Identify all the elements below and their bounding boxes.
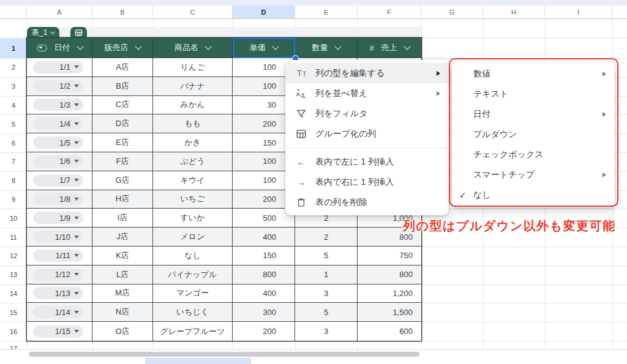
submenu-item-number[interactable]: 数値 [452, 64, 615, 84]
column-header-B[interactable]: B [92, 6, 153, 19]
date-chip[interactable]: 1/7 [33, 174, 83, 187]
cell-store[interactable]: E店 [92, 133, 153, 152]
cell-price[interactable]: 150 [233, 247, 295, 266]
menu-item-edit-column-type[interactable]: TT列の型を編集する [285, 63, 449, 83]
table-header-store[interactable]: 販売店 [92, 38, 153, 58]
cell-store[interactable]: B店 [92, 77, 153, 96]
column-header-F[interactable]: F [358, 6, 421, 19]
cell-product[interactable]: すいか [153, 209, 233, 228]
date-chip[interactable]: 1/4 [33, 117, 83, 130]
date-chip[interactable]: 1/10 [33, 231, 83, 243]
submenu-item-date[interactable]: 日付 [452, 104, 615, 124]
column-header-E[interactable]: E [295, 6, 358, 19]
date-chip[interactable]: 1/11 [33, 250, 83, 262]
cell-sales[interactable]: 1,500 [358, 303, 421, 322]
date-chip[interactable]: 1/9 [33, 212, 83, 224]
menu-item-insert-column-left[interactable]: ←表内で左に 1 列挿入 [285, 152, 449, 172]
cell-qty[interactable]: 3 [295, 284, 358, 303]
cell-store[interactable]: O店 [92, 322, 153, 341]
cell-price[interactable]: 200 [233, 322, 295, 341]
cell-product[interactable]: バナナ [153, 77, 233, 96]
row-header-11[interactable]: 11 [0, 228, 27, 247]
date-chip[interactable]: 1/15 [33, 325, 83, 338]
cell-date[interactable]: 1/13 [27, 284, 92, 303]
cell-date[interactable]: 1/14 [27, 303, 92, 322]
cell-store[interactable]: G店 [92, 171, 153, 190]
cell-qty[interactable]: 5 [295, 303, 358, 322]
cell-date[interactable]: 1/8 [27, 190, 92, 209]
cell-price[interactable]: 400 [233, 228, 295, 247]
cell-store[interactable]: C店 [92, 96, 153, 115]
row-header-2[interactable]: 2 [0, 58, 27, 77]
date-chip[interactable]: 1/6 [33, 155, 83, 168]
row-header-17[interactable]: 17 [0, 341, 27, 349]
cell-qty[interactable]: 1 [295, 266, 358, 284]
submenu-item-dropdown[interactable]: プルダウン [452, 124, 615, 144]
date-chip[interactable]: 1/8 [33, 193, 83, 205]
cell-date[interactable]: 1/5 [27, 133, 92, 152]
cell-qty[interactable]: 2 [295, 228, 358, 247]
cell-date[interactable]: 1/2 [27, 77, 92, 96]
menu-item-group-columns[interactable]: グループ化の列 [285, 124, 449, 144]
date-chip[interactable]: 1/3 [33, 98, 83, 111]
cell-product[interactable]: かき [153, 133, 233, 152]
cell-date[interactable]: 1/15 [27, 322, 92, 341]
cell-sales[interactable]: 750 [358, 247, 421, 266]
cell-store[interactable]: D店 [92, 114, 153, 133]
cell-product[interactable]: ぶどう [153, 152, 233, 171]
submenu-item-checkbox[interactable]: チェックボックス [452, 144, 615, 165]
row-header-8[interactable]: 8 [0, 171, 27, 190]
cell-product[interactable]: グレープフルーツ [153, 322, 233, 341]
submenu-item-none[interactable]: ✓なし [452, 185, 615, 205]
cell-store[interactable]: L店 [92, 266, 153, 284]
cell-product[interactable]: キウイ [153, 171, 233, 190]
cell-date[interactable]: 1/6 [27, 152, 92, 171]
cell-store[interactable]: H店 [92, 190, 153, 209]
menu-item-delete-table-column[interactable]: 表の列を削除 [285, 192, 449, 212]
cell-product[interactable]: りんご [153, 58, 233, 77]
table-header-date[interactable]: 日付 [27, 38, 92, 58]
horizontal-scrollbar[interactable] [29, 352, 419, 357]
cell-product[interactable]: パイナップル [153, 266, 233, 284]
cell-store[interactable]: A店 [92, 58, 153, 77]
column-header-D[interactable]: D [233, 6, 295, 19]
row-header-12[interactable]: 12 [0, 247, 27, 266]
cell-date[interactable]: 1/3 [27, 96, 92, 115]
row-header-9[interactable]: 9 [0, 190, 27, 209]
cell-product[interactable]: なし [153, 247, 233, 266]
table-header-qty[interactable]: 数量 [295, 38, 358, 58]
cell-date[interactable]: 1/7 [27, 171, 92, 190]
cell-price[interactable]: 300 [233, 303, 295, 322]
cell-product[interactable]: いちじく [153, 303, 233, 322]
menu-item-sort-column[interactable]: AZ列を並べ替え [285, 83, 449, 103]
table-header-sales[interactable]: #売上 [358, 38, 421, 58]
row-header-1[interactable]: 1 [0, 38, 27, 58]
row-header-4[interactable]: 4 [0, 96, 27, 115]
cell-sales[interactable]: 800 [358, 266, 421, 284]
cell-date[interactable]: 1/9 [27, 209, 92, 228]
menu-item-filter-column[interactable]: 列をフィルタ [285, 103, 449, 124]
date-chip[interactable]: 1/13 [33, 287, 83, 299]
cell-date[interactable]: 1/4 [27, 114, 92, 133]
date-chip[interactable]: 1/1 [33, 61, 83, 73]
date-chip[interactable]: 1/14 [33, 306, 83, 318]
column-header-H[interactable]: H [483, 6, 545, 19]
cell-store[interactable]: N店 [92, 303, 153, 322]
submenu-item-text[interactable]: テキスト [452, 84, 615, 104]
table-tab[interactable]: 表_1 [27, 27, 59, 38]
cell-qty[interactable]: 3 [295, 322, 358, 341]
row-header-15[interactable]: 15 [0, 303, 27, 322]
cell-date[interactable]: 1/12 [27, 266, 92, 284]
cell-store[interactable]: K店 [92, 247, 153, 266]
cell-date[interactable]: 1/1 [27, 58, 92, 77]
column-header-C[interactable]: C [153, 6, 233, 19]
cell-product[interactable]: メロン [153, 228, 233, 247]
cell-product[interactable]: もも [153, 114, 233, 133]
row-header-7[interactable]: 7 [0, 152, 27, 171]
table-header-product[interactable]: 商品名 [153, 38, 233, 58]
cell-product[interactable]: みかん [153, 96, 233, 115]
submenu-item-smart-chip[interactable]: スマートチップ [452, 165, 615, 185]
cell-store[interactable]: I店 [92, 209, 153, 228]
menu-item-insert-column-right[interactable]: →表内で右に 1 列挿入 [285, 172, 449, 192]
column-header-I[interactable]: I [545, 6, 612, 19]
